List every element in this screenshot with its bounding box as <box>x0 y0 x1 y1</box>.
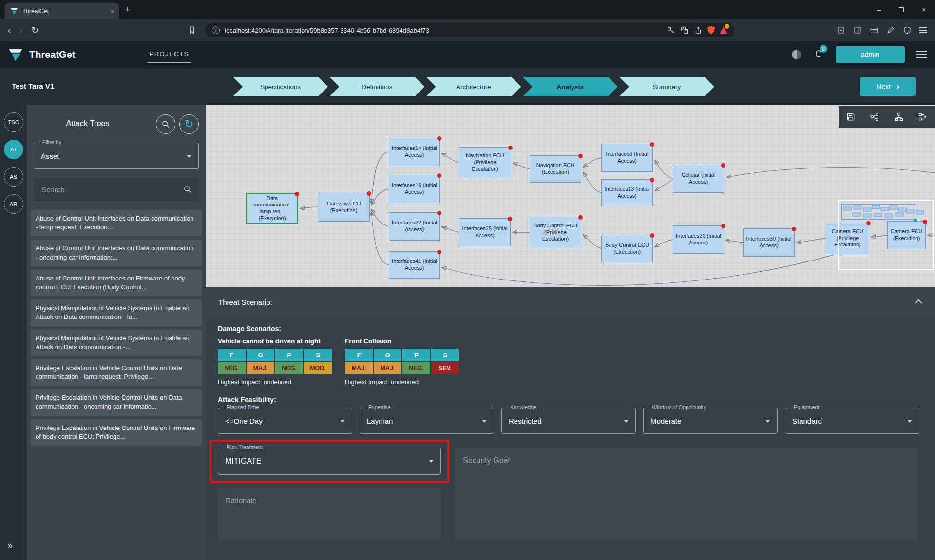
url-bar[interactable]: i localhost:4200/#/tara-iteration/59b8e3… <box>205 23 734 37</box>
node-root-asset[interactable]: Data communication - lamp req... (Execut… <box>246 193 298 224</box>
node-interfaces41[interactable]: Interfaces41 (Initial Access) <box>389 251 440 279</box>
back-icon[interactable]: ‹ <box>8 25 11 36</box>
fops-cell[interactable]: O <box>374 349 401 361</box>
fops-cell[interactable]: S <box>431 349 459 361</box>
status-dot <box>295 192 299 196</box>
node-cellular[interactable]: Cellular (Initial Access) <box>673 165 724 193</box>
attack-tree-canvas[interactable]: Data communication - lamp req... (Execut… <box>206 105 935 287</box>
fops-cell[interactable]: F <box>345 349 373 361</box>
node-interfaces9[interactable]: Interfaces9 (Initial Access) <box>601 144 653 172</box>
rail-item-tsc[interactable]: TSC <box>4 112 23 132</box>
list-item[interactable]: Physical Manipulation of Vehicle Systems… <box>31 299 202 326</box>
minimize-button[interactable]: – <box>868 0 890 19</box>
admin-button[interactable]: admin <box>836 46 905 63</box>
browser-tab[interactable]: ThreatGet × <box>5 3 119 19</box>
node-interfaces14[interactable]: Interfaces14 (Initial Access) <box>389 138 440 166</box>
expand-panel-icon[interactable]: » <box>7 540 13 551</box>
app-menu-icon[interactable] <box>916 51 927 58</box>
notifications-button[interactable]: 0 <box>813 48 824 61</box>
fops-cell[interactable]: P <box>275 349 303 361</box>
next-button[interactable]: Next <box>860 77 916 96</box>
step-specifications[interactable]: Specifications <box>233 77 328 96</box>
threat-scenario-bar[interactable]: Threat Scenario: <box>206 287 935 317</box>
node-navigation-ecu-ex[interactable]: Navigation ECU (Execution) <box>530 155 581 183</box>
list-item[interactable]: Privilege Escalation in Vehicle Control … <box>31 359 202 386</box>
node-navigation-ecu-pe[interactable]: Navigation ECU (Privilege Escalation) <box>459 147 511 178</box>
node-gateway-ecu[interactable]: Gateway ECU (Execution) <box>318 193 370 222</box>
node-interfaces13[interactable]: Interfaces13 (Initial Access) <box>601 179 653 206</box>
status-dot <box>437 211 441 215</box>
minimap-viewport[interactable] <box>838 200 934 270</box>
tree-export-icon[interactable] <box>918 112 928 122</box>
window-of-opportunity-select[interactable]: Window of Opportunity Moderate <box>643 408 778 434</box>
reading-mode-icon[interactable] <box>837 26 845 35</box>
step-architecture[interactable]: Architecture <box>426 77 521 96</box>
node-label: Interfaces41 (Initial Access) <box>391 258 438 272</box>
brave-rewards-icon[interactable] <box>720 27 727 34</box>
node-interfaces30[interactable]: Interfaces30 (Initial Access) <box>743 228 795 257</box>
impact-row: MAJ. MAJ. NEG. SEV. <box>345 362 459 374</box>
knowledge-select[interactable]: Knowledge Restricted <box>501 408 636 434</box>
tab-close-icon[interactable]: × <box>110 8 114 15</box>
brave-shield-icon[interactable] <box>707 26 715 35</box>
share-icon[interactable] <box>694 26 703 35</box>
close-button[interactable]: × <box>913 0 935 19</box>
password-key-icon[interactable] <box>667 26 675 35</box>
list-item[interactable]: Privilege Escalation in Vehicle Control … <box>31 419 202 446</box>
security-goal-input[interactable] <box>454 448 918 540</box>
theme-toggle-icon[interactable] <box>792 50 801 59</box>
expertise-select[interactable]: Expertise Layman <box>360 408 494 434</box>
list-item[interactable]: Physical Manipulation of Vehicle Systems… <box>31 330 202 356</box>
list-item[interactable]: Privilege Escalation in Vehicle Control … <box>31 389 202 415</box>
fops-cell[interactable]: S <box>304 349 332 361</box>
step-summary[interactable]: Summary <box>619 77 714 96</box>
search-input[interactable] <box>40 185 183 194</box>
chevron-up-icon[interactable] <box>915 299 923 307</box>
list-item[interactable]: Abuse of Control Unit Interfaces on Data… <box>31 240 202 266</box>
url-text[interactable]: localhost:4200/#/tara-iteration/59b8e357… <box>225 27 662 34</box>
sidebar-panel-icon[interactable] <box>853 26 862 35</box>
refresh-button[interactable]: ↻ <box>179 114 199 134</box>
node-label: Interfaces30 (Initial Access) <box>745 236 793 249</box>
nav-projects[interactable]: PROJECTS <box>147 46 191 63</box>
list-item[interactable]: Abuse of Control Unit Interfaces on Firm… <box>31 270 202 296</box>
tree-search-button[interactable] <box>156 114 175 134</box>
edit-icon[interactable] <box>886 26 895 35</box>
rail-item-as[interactable]: AS <box>4 167 23 187</box>
fops-cell[interactable]: P <box>402 349 430 361</box>
node-interfaces16[interactable]: Interfaces16 (Initial Access) <box>389 175 440 203</box>
impact-chip: NEG. <box>275 362 303 374</box>
rationale-input[interactable] <box>218 488 441 540</box>
new-tab-button[interactable]: + <box>125 4 130 15</box>
rail-item-at[interactable]: AT <box>4 140 23 159</box>
step-definitions[interactable]: Definitions <box>329 77 424 96</box>
shield-check-icon[interactable] <box>903 26 912 35</box>
elapsed-time-select[interactable]: Elapsed Time <=One Day <box>218 408 352 434</box>
node-body-control-ecu-pe[interactable]: Body Control ECU (Privilege Escalation) <box>530 217 581 248</box>
fops-cell[interactable]: F <box>218 349 246 361</box>
node-body-control-ecu-ex[interactable]: Body Control ECU (Execution) <box>601 235 653 262</box>
reload-icon[interactable]: ↻ <box>31 25 38 36</box>
node-interfaces25[interactable]: Interfaces25 (Initial Access) <box>459 218 511 246</box>
tree-layout-icon[interactable] <box>894 112 904 122</box>
equipment-select[interactable]: Equipment Standard <box>785 408 919 434</box>
site-info-icon[interactable]: i <box>212 26 220 34</box>
forward-icon[interactable]: › <box>19 25 22 36</box>
rail-item-ar[interactable]: AR <box>4 194 23 214</box>
translate-icon[interactable] <box>680 26 689 35</box>
damage-scenario: Front Collision F O P S MAJ. MAJ. NEG. S… <box>345 337 459 386</box>
maximize-button[interactable] <box>890 0 913 19</box>
save-icon[interactable] <box>846 112 856 122</box>
list-item[interactable]: Abuse of Control Unit Interfaces on Data… <box>31 210 202 236</box>
filter-by-select[interactable]: Filter by Asset <box>34 143 199 169</box>
browser-menu-icon[interactable] <box>919 27 927 33</box>
step-analysis[interactable]: Analysis <box>523 77 618 96</box>
fops-cell[interactable]: O <box>247 349 274 361</box>
bookmark-icon[interactable] <box>188 26 196 35</box>
node-interfaces22[interactable]: Interfaces22 (Initial Access) <box>389 212 440 241</box>
node-interfaces26[interactable]: Interfaces26 (Initial Access) <box>673 225 724 254</box>
wallet-icon[interactable] <box>870 26 878 35</box>
share-diagram-icon[interactable] <box>870 112 879 122</box>
risk-treatment-select[interactable]: Risk Treatment MITIGATE <box>218 448 441 475</box>
search-box[interactable] <box>34 178 199 201</box>
